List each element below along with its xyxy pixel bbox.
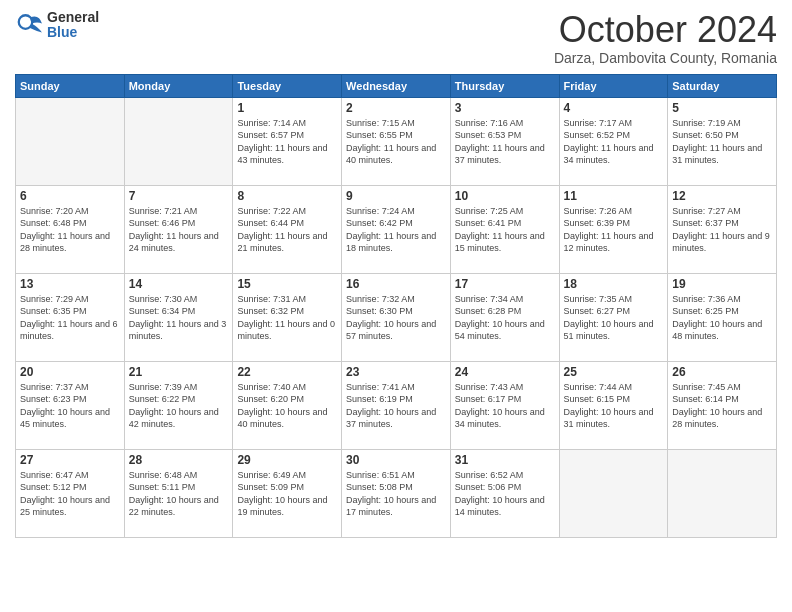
calendar-day-cell [124, 97, 233, 185]
day-number: 17 [455, 277, 555, 291]
day-number: 26 [672, 365, 772, 379]
calendar-page: General Blue October 2024 Darza, Dambovi… [0, 0, 792, 612]
day-number: 24 [455, 365, 555, 379]
calendar-day-cell: 9Sunrise: 7:24 AM Sunset: 6:42 PM Daylig… [342, 185, 451, 273]
calendar-day-cell: 31Sunrise: 6:52 AM Sunset: 5:06 PM Dayli… [450, 449, 559, 537]
day-number: 7 [129, 189, 229, 203]
day-info: Sunrise: 7:25 AM Sunset: 6:41 PM Dayligh… [455, 205, 555, 255]
day-number: 9 [346, 189, 446, 203]
day-info: Sunrise: 6:48 AM Sunset: 5:11 PM Dayligh… [129, 469, 229, 519]
day-info: Sunrise: 7:36 AM Sunset: 6:25 PM Dayligh… [672, 293, 772, 343]
calendar-day-header: Saturday [668, 74, 777, 97]
calendar-day-cell: 29Sunrise: 6:49 AM Sunset: 5:09 PM Dayli… [233, 449, 342, 537]
calendar-day-cell: 15Sunrise: 7:31 AM Sunset: 6:32 PM Dayli… [233, 273, 342, 361]
day-info: Sunrise: 7:39 AM Sunset: 6:22 PM Dayligh… [129, 381, 229, 431]
calendar-day-header: Friday [559, 74, 668, 97]
day-info: Sunrise: 7:22 AM Sunset: 6:44 PM Dayligh… [237, 205, 337, 255]
day-info: Sunrise: 7:15 AM Sunset: 6:55 PM Dayligh… [346, 117, 446, 167]
calendar-day-cell: 21Sunrise: 7:39 AM Sunset: 6:22 PM Dayli… [124, 361, 233, 449]
calendar-day-cell [16, 97, 125, 185]
day-number: 27 [20, 453, 120, 467]
calendar-day-cell: 3Sunrise: 7:16 AM Sunset: 6:53 PM Daylig… [450, 97, 559, 185]
day-info: Sunrise: 7:35 AM Sunset: 6:27 PM Dayligh… [564, 293, 664, 343]
day-number: 5 [672, 101, 772, 115]
calendar-table: SundayMondayTuesdayWednesdayThursdayFrid… [15, 74, 777, 538]
day-number: 14 [129, 277, 229, 291]
logo: General Blue [15, 10, 99, 41]
calendar-day-cell: 24Sunrise: 7:43 AM Sunset: 6:17 PM Dayli… [450, 361, 559, 449]
day-info: Sunrise: 7:43 AM Sunset: 6:17 PM Dayligh… [455, 381, 555, 431]
calendar-day-cell: 7Sunrise: 7:21 AM Sunset: 6:46 PM Daylig… [124, 185, 233, 273]
day-info: Sunrise: 7:20 AM Sunset: 6:48 PM Dayligh… [20, 205, 120, 255]
calendar-day-cell: 6Sunrise: 7:20 AM Sunset: 6:48 PM Daylig… [16, 185, 125, 273]
day-info: Sunrise: 7:26 AM Sunset: 6:39 PM Dayligh… [564, 205, 664, 255]
svg-point-0 [19, 16, 33, 30]
day-number: 6 [20, 189, 120, 203]
calendar-day-cell [559, 449, 668, 537]
day-number: 20 [20, 365, 120, 379]
day-info: Sunrise: 7:41 AM Sunset: 6:19 PM Dayligh… [346, 381, 446, 431]
calendar-day-cell: 26Sunrise: 7:45 AM Sunset: 6:14 PM Dayli… [668, 361, 777, 449]
day-number: 8 [237, 189, 337, 203]
day-info: Sunrise: 7:37 AM Sunset: 6:23 PM Dayligh… [20, 381, 120, 431]
day-number: 29 [237, 453, 337, 467]
day-number: 2 [346, 101, 446, 115]
calendar-day-cell: 5Sunrise: 7:19 AM Sunset: 6:50 PM Daylig… [668, 97, 777, 185]
calendar-day-cell: 18Sunrise: 7:35 AM Sunset: 6:27 PM Dayli… [559, 273, 668, 361]
logo-icon [15, 10, 45, 40]
calendar-day-cell: 14Sunrise: 7:30 AM Sunset: 6:34 PM Dayli… [124, 273, 233, 361]
month-title: October 2024 [554, 10, 777, 50]
day-info: Sunrise: 7:21 AM Sunset: 6:46 PM Dayligh… [129, 205, 229, 255]
calendar-week-row: 13Sunrise: 7:29 AM Sunset: 6:35 PM Dayli… [16, 273, 777, 361]
day-info: Sunrise: 7:27 AM Sunset: 6:37 PM Dayligh… [672, 205, 772, 255]
day-info: Sunrise: 7:14 AM Sunset: 6:57 PM Dayligh… [237, 117, 337, 167]
calendar-day-header: Thursday [450, 74, 559, 97]
day-info: Sunrise: 6:52 AM Sunset: 5:06 PM Dayligh… [455, 469, 555, 519]
day-info: Sunrise: 7:19 AM Sunset: 6:50 PM Dayligh… [672, 117, 772, 167]
day-number: 10 [455, 189, 555, 203]
calendar-day-header: Sunday [16, 74, 125, 97]
day-info: Sunrise: 7:32 AM Sunset: 6:30 PM Dayligh… [346, 293, 446, 343]
day-number: 3 [455, 101, 555, 115]
day-info: Sunrise: 7:29 AM Sunset: 6:35 PM Dayligh… [20, 293, 120, 343]
day-number: 25 [564, 365, 664, 379]
calendar-day-cell: 11Sunrise: 7:26 AM Sunset: 6:39 PM Dayli… [559, 185, 668, 273]
logo-general: General [47, 10, 99, 25]
calendar-day-cell: 17Sunrise: 7:34 AM Sunset: 6:28 PM Dayli… [450, 273, 559, 361]
calendar-day-cell: 10Sunrise: 7:25 AM Sunset: 6:41 PM Dayli… [450, 185, 559, 273]
calendar-day-cell: 25Sunrise: 7:44 AM Sunset: 6:15 PM Dayli… [559, 361, 668, 449]
calendar-day-cell: 1Sunrise: 7:14 AM Sunset: 6:57 PM Daylig… [233, 97, 342, 185]
day-number: 30 [346, 453, 446, 467]
calendar-day-cell: 28Sunrise: 6:48 AM Sunset: 5:11 PM Dayli… [124, 449, 233, 537]
day-info: Sunrise: 7:24 AM Sunset: 6:42 PM Dayligh… [346, 205, 446, 255]
calendar-day-cell [668, 449, 777, 537]
calendar-week-row: 1Sunrise: 7:14 AM Sunset: 6:57 PM Daylig… [16, 97, 777, 185]
title-block: October 2024 Darza, Dambovita County, Ro… [554, 10, 777, 66]
calendar-day-cell: 16Sunrise: 7:32 AM Sunset: 6:30 PM Dayli… [342, 273, 451, 361]
day-number: 16 [346, 277, 446, 291]
day-number: 28 [129, 453, 229, 467]
calendar-day-cell: 20Sunrise: 7:37 AM Sunset: 6:23 PM Dayli… [16, 361, 125, 449]
calendar-day-cell: 22Sunrise: 7:40 AM Sunset: 6:20 PM Dayli… [233, 361, 342, 449]
day-number: 31 [455, 453, 555, 467]
day-info: Sunrise: 6:47 AM Sunset: 5:12 PM Dayligh… [20, 469, 120, 519]
calendar-day-cell: 4Sunrise: 7:17 AM Sunset: 6:52 PM Daylig… [559, 97, 668, 185]
day-number: 1 [237, 101, 337, 115]
day-info: Sunrise: 7:34 AM Sunset: 6:28 PM Dayligh… [455, 293, 555, 343]
day-number: 11 [564, 189, 664, 203]
day-info: Sunrise: 7:16 AM Sunset: 6:53 PM Dayligh… [455, 117, 555, 167]
calendar-day-cell: 13Sunrise: 7:29 AM Sunset: 6:35 PM Dayli… [16, 273, 125, 361]
day-number: 12 [672, 189, 772, 203]
day-number: 4 [564, 101, 664, 115]
calendar-header-row: SundayMondayTuesdayWednesdayThursdayFrid… [16, 74, 777, 97]
logo-text: General Blue [47, 10, 99, 41]
day-info: Sunrise: 7:44 AM Sunset: 6:15 PM Dayligh… [564, 381, 664, 431]
day-info: Sunrise: 7:45 AM Sunset: 6:14 PM Dayligh… [672, 381, 772, 431]
calendar-day-cell: 30Sunrise: 6:51 AM Sunset: 5:08 PM Dayli… [342, 449, 451, 537]
day-info: Sunrise: 7:17 AM Sunset: 6:52 PM Dayligh… [564, 117, 664, 167]
location-subtitle: Darza, Dambovita County, Romania [554, 50, 777, 66]
calendar-week-row: 27Sunrise: 6:47 AM Sunset: 5:12 PM Dayli… [16, 449, 777, 537]
calendar-day-header: Monday [124, 74, 233, 97]
day-number: 21 [129, 365, 229, 379]
day-info: Sunrise: 7:40 AM Sunset: 6:20 PM Dayligh… [237, 381, 337, 431]
